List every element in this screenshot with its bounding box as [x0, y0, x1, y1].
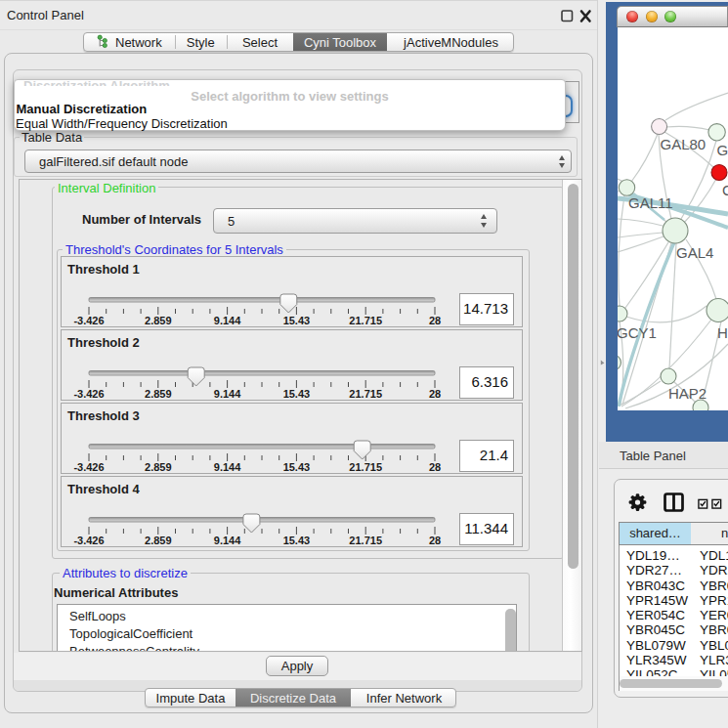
svg-text:15.43: 15.43 — [283, 315, 311, 326]
svg-text:2.859: 2.859 — [145, 535, 172, 546]
svg-text:15.43: 15.43 — [283, 535, 311, 546]
svg-text:9.144: 9.144 — [214, 388, 241, 400]
svg-text:21.715: 21.715 — [349, 315, 382, 326]
svg-text:28: 28 — [429, 535, 441, 546]
svg-text:-3.426: -3.426 — [73, 315, 104, 326]
svg-text:GAL11: GAL11 — [628, 194, 673, 211]
svg-text:GAL80: GAL80 — [661, 136, 707, 152]
svg-text:9.144: 9.144 — [214, 315, 241, 326]
svg-text:2.859: 2.859 — [145, 315, 172, 326]
svg-text:9.144: 9.144 — [214, 461, 241, 473]
svg-text:28: 28 — [429, 461, 441, 473]
svg-text:HI: HI — [717, 324, 728, 341]
svg-text:-3.426: -3.426 — [73, 388, 104, 400]
svg-text:21.715: 21.715 — [349, 535, 382, 546]
svg-text:28: 28 — [429, 315, 441, 326]
svg-text:15.43: 15.43 — [283, 388, 311, 400]
svg-text:-3.426: -3.426 — [73, 461, 104, 473]
svg-text:21.715: 21.715 — [349, 388, 382, 400]
svg-text:2.859: 2.859 — [145, 461, 172, 473]
svg-text:21.715: 21.715 — [349, 461, 382, 473]
svg-text:GA: GA — [717, 142, 728, 158]
svg-text:-3.426: -3.426 — [73, 535, 104, 546]
svg-text:GCY1: GCY1 — [618, 324, 657, 341]
svg-text:28: 28 — [429, 388, 441, 400]
svg-text:15.43: 15.43 — [283, 461, 311, 473]
svg-text:2.859: 2.859 — [145, 388, 172, 400]
svg-text:GAL4: GAL4 — [676, 244, 713, 261]
svg-text:C: C — [722, 182, 728, 198]
svg-text:HAP2: HAP2 — [668, 385, 707, 402]
svg-text:9.144: 9.144 — [214, 535, 241, 546]
